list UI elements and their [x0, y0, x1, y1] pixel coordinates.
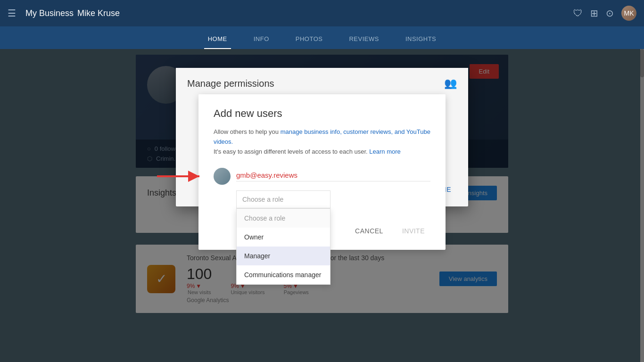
- add-users-icon[interactable]: 👥: [444, 77, 457, 90]
- add-users-dialog: Add new users Allow others to help you m…: [198, 94, 446, 250]
- tab-home[interactable]: HOME: [204, 29, 231, 49]
- role-option-communications-manager[interactable]: Communications manager: [237, 265, 330, 284]
- user-avatar-small: [214, 168, 231, 185]
- shield-icon[interactable]: 🛡: [573, 8, 583, 19]
- cancel-button[interactable]: CANCEL: [349, 223, 389, 239]
- role-dropdown-container: Choose a role Choose a role Owner Manage…: [236, 190, 430, 208]
- add-users-description: Allow others to help you manage business…: [214, 127, 430, 156]
- main-content: Mike Kruse ✔ Verified Edit ○ 0 followers…: [0, 49, 644, 362]
- manage-permissions-title: Manage permissions: [187, 78, 274, 89]
- hamburger-icon[interactable]: ☰: [8, 8, 16, 19]
- nav-icons-group: 🛡 ⊞ ⊙ MK: [573, 6, 636, 21]
- top-nav: ☰ My Business Mike Kruse 🛡 ⊞ ⊙ MK: [0, 0, 644, 26]
- manage-permissions-dialog: Manage permissions 👥 Add new users Allow…: [176, 68, 468, 206]
- nav-user-name: Mike Kruse: [77, 8, 120, 18]
- role-option-placeholder[interactable]: Choose a role: [237, 209, 330, 228]
- role-input[interactable]: Choose a role: [236, 190, 330, 208]
- desc-text-1: Allow others to help you: [214, 128, 279, 135]
- email-input-section: gmb@easy.reviews: [214, 168, 430, 185]
- account-circle-icon[interactable]: ⊙: [606, 8, 614, 19]
- tab-info[interactable]: INFO: [250, 29, 273, 49]
- add-users-title: Add new users: [214, 107, 430, 120]
- red-arrow-indicator: [157, 169, 204, 184]
- email-row: gmb@easy.reviews: [214, 168, 430, 185]
- grid-icon[interactable]: ⊞: [590, 8, 598, 19]
- tab-reviews[interactable]: REVIEWS: [345, 29, 382, 49]
- manage-permissions-header: Manage permissions 👥: [176, 68, 468, 97]
- tab-photos[interactable]: PHOTOS: [292, 29, 327, 49]
- secondary-nav: HOME INFO PHOTOS REVIEWS INSIGHTS: [0, 26, 644, 49]
- app-title: My Business: [25, 8, 74, 18]
- desc-text-2: It's easy to assign different levels of …: [214, 148, 368, 155]
- avatar-image: MK: [621, 6, 636, 21]
- email-value: gmb@easy.reviews: [236, 171, 430, 181]
- role-option-owner[interactable]: Owner: [237, 228, 330, 247]
- role-option-manager[interactable]: Manager: [237, 247, 330, 265]
- role-dropdown: Choose a role Owner Manager Communicatio…: [236, 208, 330, 285]
- tab-insights[interactable]: INSIGHTS: [402, 29, 440, 49]
- user-avatar[interactable]: MK: [621, 6, 636, 21]
- learn-more-link[interactable]: Learn more: [369, 148, 400, 155]
- invite-button[interactable]: INVITE: [396, 223, 430, 239]
